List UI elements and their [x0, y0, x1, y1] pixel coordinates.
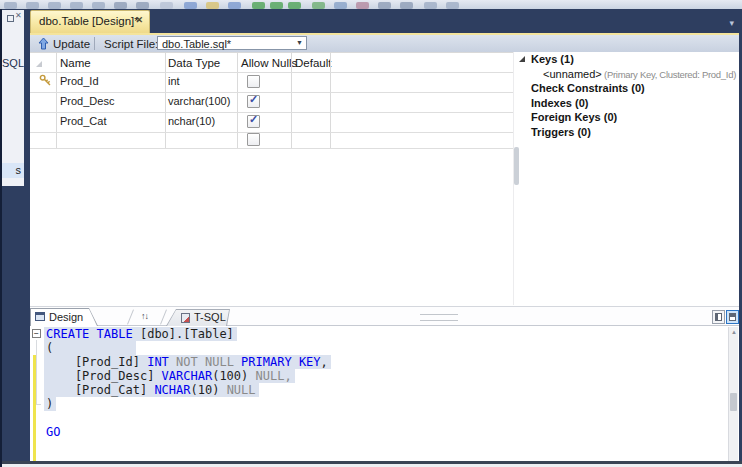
sync-panes-button[interactable]: ↑↓ [128, 309, 166, 325]
toolbar-icon-fragment[interactable] [4, 2, 17, 9]
tree-item-check-constraints[interactable]: Check Constraints (0) [517, 82, 645, 94]
grid-header-allow-nulls[interactable]: Allow Nulls [241, 57, 297, 69]
grid-row[interactable]: Prod_Idint [30, 72, 513, 92]
code-text: ( [44, 341, 136, 355]
allow-nulls-checkbox[interactable] [247, 75, 260, 88]
close-icon[interactable]: ✕ [15, 11, 22, 20]
toolbar-icon-fragment[interactable] [378, 2, 391, 9]
cell-data-type[interactable]: varchar(100) [168, 95, 230, 107]
allow-nulls-checkbox[interactable]: ✓ [247, 95, 260, 108]
tab-design[interactable]: Design [30, 308, 98, 326]
tsql-tab-label: T-SQL [194, 311, 226, 323]
code-line[interactable]: GO [30, 425, 730, 439]
toolbar-icon-fragment[interactable] [70, 2, 83, 9]
cell-name[interactable]: Prod_Cat [60, 115, 106, 127]
grid-select-all-icon[interactable] [36, 61, 42, 67]
toolbar-icon-fragment[interactable] [356, 2, 369, 9]
tree-item-indexes[interactable]: Indexes (0) [517, 97, 588, 109]
code-line[interactable]: ) [30, 397, 730, 411]
combo-dropdown-icon[interactable]: ▼ [296, 39, 303, 46]
token-kw: VARCHAR [162, 369, 213, 383]
toolbar-icon-fragment[interactable] [252, 2, 265, 9]
toolbar-icon-fragment[interactable] [136, 2, 149, 9]
code-line[interactable]: [Prod_Id] INT NOT NULL PRIMARY KEY, [30, 355, 730, 369]
tree-item-triggers[interactable]: Triggers (0) [517, 126, 591, 138]
splitter-grip[interactable] [420, 314, 458, 321]
code-scrollbar-thumb[interactable] [730, 393, 737, 411]
grid-row[interactable]: Prod_Catnchar(10)✓ [30, 112, 513, 132]
code-line[interactable]: −CREATE TABLE [dbo].[Table] [30, 327, 730, 341]
toolwindow-selected-item[interactable]: s [2, 163, 24, 178]
grid-header-data-type[interactable]: Data Type [168, 57, 220, 69]
tree-item-label: Triggers (0) [531, 126, 591, 138]
update-button[interactable]: Update [34, 35, 94, 52]
outline-guide-corner [36, 404, 41, 405]
top-toolbar-band [0, 0, 742, 9]
tab-close-icon[interactable]: ✕ [135, 15, 143, 25]
toolbar-icon-fragment[interactable] [160, 2, 173, 9]
scroll-up-icon[interactable]: ▲ [730, 328, 738, 337]
toolbar-icon-fragment[interactable] [400, 2, 413, 9]
change-bar-tail [33, 439, 36, 461]
tab-overflow-icon[interactable]: ▾ [729, 18, 734, 28]
allow-nulls-checkbox[interactable]: ✓ [247, 115, 260, 128]
code-line[interactable]: ( [30, 341, 730, 355]
vertical-split-button[interactable] [712, 310, 725, 324]
tree-item-label: Foreign Keys (0) [531, 111, 617, 123]
token-pl: (10) [191, 383, 220, 397]
design-tab-icon [35, 312, 45, 321]
tree-item-keys[interactable]: Keys (1) [517, 53, 574, 65]
designer-command-bar: Update Script File: dbo.Table.sql* ▼ [30, 35, 742, 52]
tree-child-name: <unnamed> [543, 68, 602, 80]
tab-dbo-table-design[interactable]: dbo.Table [Design]* ✕ [30, 10, 150, 33]
code-text: CREATE TABLE [dbo].[Table] [44, 327, 237, 341]
toolbar-icon-fragment[interactable] [92, 2, 105, 9]
tree-item-label: Check Constraints (0) [531, 82, 645, 94]
grid-header-default[interactable]: Default [295, 57, 331, 69]
code-line[interactable]: [Prod_Cat] NCHAR(10) NULL [30, 383, 730, 397]
toolbar-icon-fragment[interactable] [446, 2, 459, 9]
code-line[interactable]: [Prod_Desc] VARCHAR(100) NULL, [30, 369, 730, 383]
outline-guide-line [36, 340, 37, 404]
tree-item-foreign-keys[interactable]: Foreign Keys (0) [517, 111, 617, 123]
cell-name[interactable]: Prod_Id [60, 75, 99, 87]
code-scrollbar[interactable]: ▲ [728, 327, 738, 461]
allow-nulls-checkbox[interactable] [247, 133, 260, 146]
expanded-arrow-icon[interactable] [519, 56, 525, 62]
cell-data-type[interactable]: nchar(10) [168, 115, 215, 127]
cell-name[interactable]: Prod_Desc [60, 95, 114, 107]
toolbar-icon-fragment[interactable] [184, 2, 197, 9]
toolbar-icon-fragment[interactable] [26, 2, 39, 9]
cell-data-type[interactable]: int [168, 75, 180, 87]
toolbar-icon-fragment[interactable] [48, 2, 61, 9]
horizontal-split-button[interactable] [726, 310, 739, 324]
grid-row[interactable] [30, 132, 513, 148]
tree-child-item[interactable]: <unnamed> (Primary Key, Clustered: Prod_… [543, 68, 736, 80]
change-bar [33, 411, 36, 425]
toolbar-icon-fragment[interactable] [424, 2, 437, 9]
toolbar-icon-fragment[interactable] [114, 2, 127, 9]
tab-tsql[interactable]: T-SQL [166, 309, 230, 326]
script-file-combobox[interactable]: dbo.Table.sql* ▼ [157, 36, 307, 50]
grid-scrollbar-thumb[interactable] [514, 147, 519, 185]
toolbar-separator [94, 37, 95, 50]
collapse-icon[interactable]: − [32, 329, 41, 338]
toolbar-icon-fragment[interactable] [270, 2, 283, 9]
grid-header-name[interactable]: Name [60, 57, 91, 69]
token-gr: NOT NULL [169, 355, 241, 369]
columns-grid: NameData TypeAllow NullsDefault Prod_Idi… [30, 52, 513, 148]
toolbar-icon-fragment[interactable] [312, 2, 325, 9]
toolbar-icon-fragment[interactable] [206, 2, 219, 9]
code-line[interactable] [30, 411, 730, 425]
toolbar-icon-fragment[interactable] [288, 2, 301, 9]
tsql-code-editor[interactable]: −CREATE TABLE [dbo].[Table]( [Prod_Id] I… [30, 326, 730, 463]
grid-line [30, 148, 513, 149]
toolbar-icon-fragment[interactable] [334, 2, 347, 9]
toolbar-icon-fragment[interactable] [228, 2, 241, 9]
token-pl: [Prod_Desc] [46, 369, 162, 383]
token-pl: ) [46, 397, 53, 411]
tab-title: dbo.Table [Design]* [39, 15, 139, 27]
pin-icon[interactable] [7, 15, 14, 22]
change-bar [33, 425, 36, 439]
grid-row[interactable]: Prod_Descvarchar(100)✓ [30, 92, 513, 112]
